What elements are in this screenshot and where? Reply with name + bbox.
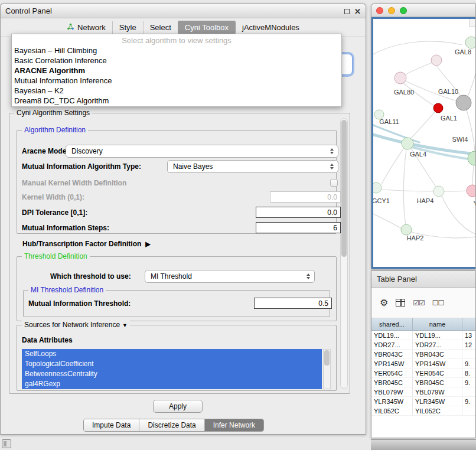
table-cell: YLR345W xyxy=(413,397,462,406)
dropdown-item[interactable]: Bayesian – K2 xyxy=(12,86,341,96)
network-edge[interactable] xyxy=(382,190,433,191)
cyni-bottom-tabs: Impute DataDiscretize DataInfer Network xyxy=(83,419,264,432)
network-edge[interactable] xyxy=(410,112,435,139)
deselect-all-checkboxes-icon[interactable]: ☐☐ xyxy=(432,299,444,307)
network-edge[interactable] xyxy=(468,69,475,96)
data-attributes-scrollbar-thumb[interactable] xyxy=(324,350,330,366)
which-threshold-row: Which threshold to use: MI Threshold xyxy=(22,270,331,283)
node-gal8[interactable] xyxy=(465,37,475,48)
control-panel-titlebar[interactable]: Control Panel ✕ xyxy=(1,4,366,18)
close-window-icon[interactable]: ✕ xyxy=(354,7,361,16)
network-edge[interactable] xyxy=(442,196,475,234)
manual-kernel-checkbox[interactable] xyxy=(330,179,338,187)
dpi-tolerance-field[interactable]: 0.0 xyxy=(256,207,341,218)
close-traffic-icon[interactable] xyxy=(376,7,383,14)
settings-scrollbar-thumb[interactable] xyxy=(341,120,347,257)
dropdown-item[interactable]: ARACNE Algorithm xyxy=(12,66,341,76)
table-cell: YBR043C xyxy=(413,350,462,358)
network-edge[interactable] xyxy=(467,110,475,152)
data-attribute-item[interactable]: gal4RGexp xyxy=(22,379,322,389)
table-cell: 9. xyxy=(462,397,475,406)
node-hap4[interactable] xyxy=(433,186,444,197)
zoom-traffic-icon[interactable] xyxy=(400,7,407,14)
tab-jactivemnodules[interactable]: jActiveMNodules xyxy=(236,21,306,34)
bottom-tab-infer-network[interactable]: Infer Network xyxy=(204,419,263,431)
node-table: shared...name YDL19...YDL19...13YDR27...… xyxy=(371,318,475,438)
float-window-icon[interactable] xyxy=(344,9,350,14)
table-cell: YBL079W xyxy=(371,387,413,396)
network-edge[interactable] xyxy=(373,214,402,229)
bottom-tab-impute-data[interactable]: Impute Data xyxy=(84,419,139,431)
kernel-width-field[interactable]: 0.0 xyxy=(270,191,341,203)
node-hap2[interactable] xyxy=(401,224,412,235)
network-canvas[interactable]: GAL8GAL80GAL10GAL1GAL11GAL4SWI4GCY1HAP4Y… xyxy=(371,17,475,269)
settings-scrollbar[interactable] xyxy=(340,118,348,389)
node-gal10[interactable] xyxy=(456,95,471,110)
window-title: Control Panel xyxy=(5,6,52,15)
table-row[interactable]: YPR145WYPR145W9. xyxy=(371,359,475,369)
panel-toggle-icon[interactable] xyxy=(2,439,11,448)
data-attribute-item[interactable]: BetweennessCentrality xyxy=(22,369,322,379)
show-columns-icon[interactable] xyxy=(396,299,405,306)
mi-steps-field[interactable]: 6 xyxy=(256,222,341,233)
apply-button[interactable]: Apply xyxy=(153,400,203,413)
data-attributes-list[interactable]: SelfLoopsTopologicalCoefficientBetweenne… xyxy=(22,349,322,389)
network-edge[interactable] xyxy=(472,165,474,185)
data-attribute-item[interactable]: SelfLoops xyxy=(22,349,322,359)
table-cell: YER054C xyxy=(413,369,462,377)
manual-kernel-label: Manual Kernel Width Definition xyxy=(22,179,126,187)
table-row[interactable]: YBR043CYBR043C xyxy=(371,350,475,359)
column-header[interactable] xyxy=(462,318,475,330)
node-gal4[interactable] xyxy=(402,138,413,149)
which-threshold-combobox[interactable]: MI Threshold xyxy=(145,270,315,283)
network-edge[interactable] xyxy=(373,41,462,54)
mi-threshold-row: Mutual Information Threshold: 0.5 xyxy=(28,298,325,309)
node-gcy1[interactable] xyxy=(373,182,382,193)
node-label: HAP2 xyxy=(407,234,424,242)
mi-threshold-field[interactable]: 0.5 xyxy=(254,298,332,309)
dropdown-item[interactable]: Basic Correlation Inference xyxy=(12,56,341,66)
network-edge[interactable] xyxy=(403,149,406,224)
node-gal80[interactable] xyxy=(395,72,406,84)
tab-cyni-toolbox[interactable]: Cyni Toolbox xyxy=(178,21,236,34)
dropdown-item[interactable]: Mutual Information Inference xyxy=(12,76,341,86)
network-edge[interactable] xyxy=(444,191,467,191)
column-header[interactable]: name xyxy=(413,318,462,330)
table-row[interactable]: YLR345WYLR345W9. xyxy=(371,397,475,406)
bottom-tab-discretize-data[interactable]: Discretize Data xyxy=(139,419,204,431)
tab-style[interactable]: Style xyxy=(112,21,143,34)
node-label: GAL1 xyxy=(441,115,457,122)
dropdown-item[interactable]: Dream8 DC_TDC Algorithm xyxy=(12,96,341,106)
table-settings-gear-icon[interactable]: ⚙ xyxy=(380,298,388,308)
dropdown-item[interactable]: Bayesian – Hill Climbing xyxy=(12,45,341,56)
table-cell: YPR145W xyxy=(371,359,413,368)
data-attributes-scrollbar[interactable] xyxy=(323,349,331,389)
node-gal1[interactable] xyxy=(433,103,443,113)
network-window-titlebar[interactable] xyxy=(371,4,475,17)
table-row[interactable]: YDR27...YDR27...12 xyxy=(371,340,475,350)
table-row[interactable]: YER054CYER054C8. xyxy=(371,369,475,378)
table-cell: YDL19... xyxy=(371,331,413,340)
tab-select[interactable]: Select xyxy=(143,21,178,34)
kernel-width-value: 0.0 xyxy=(327,193,337,201)
table-row[interactable]: YBR045CYBR045C9. xyxy=(371,378,475,387)
hub-definition-toggle[interactable]: Hub/Transcription Factor Definition ▶ xyxy=(22,240,151,248)
table-cell: 12 xyxy=(462,340,475,349)
network-edge[interactable] xyxy=(382,148,404,184)
node-pink[interactable] xyxy=(467,185,475,197)
node-unlabeled[interactable] xyxy=(431,55,442,66)
mi-type-combobox[interactable]: Naive Bayes xyxy=(167,160,338,173)
data-attribute-item[interactable]: TopologicalCoefficient xyxy=(22,359,322,369)
table-row[interactable]: YBL079WYBL079W xyxy=(371,387,475,397)
tab-network[interactable]: Network xyxy=(60,21,112,34)
table-row[interactable]: YDL19...YDL19...13 xyxy=(371,331,475,340)
select-all-checkboxes-icon[interactable]: ☑☑ xyxy=(413,299,425,307)
table-row[interactable]: YIL052CYIL052C xyxy=(371,406,475,416)
column-header[interactable]: shared... xyxy=(371,318,413,330)
minimize-traffic-icon[interactable] xyxy=(388,7,395,14)
aracne-mode-value: Discovery xyxy=(71,147,103,155)
network-edge[interactable] xyxy=(404,63,432,76)
aracne-mode-combobox[interactable]: Discovery xyxy=(66,145,338,158)
threshold-definition-group: Threshold Definition Which threshold to … xyxy=(17,256,337,321)
table-header-row: shared...name xyxy=(371,318,475,331)
